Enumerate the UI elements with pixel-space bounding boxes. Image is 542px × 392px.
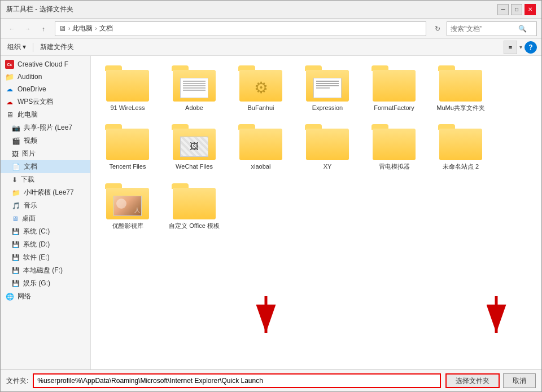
- new-folder-button[interactable]: 新建文件夹: [38, 41, 76, 53]
- network-icon: 🌐: [6, 293, 14, 301]
- file-item-weiminmingzhan[interactable]: 未命名站点 2: [430, 120, 492, 174]
- arrow-right: [479, 296, 513, 341]
- file-item-leidiannizqi[interactable]: 雷电模拟器: [363, 120, 425, 174]
- sidebar-label-videos: 视频: [24, 136, 37, 146]
- organize-button[interactable]: 组织 ▾: [5, 41, 28, 53]
- file-picker-dialog: 新工具栏 - 选择文件夹 ─ □ ✕ ← → ↑ 🖥 › 此电脑 › 文档 ↻ …: [0, 0, 542, 392]
- folder-label: 文件夹:: [6, 376, 28, 386]
- refresh-button[interactable]: ↻: [431, 22, 444, 36]
- sidebar-label-downloads: 下载: [21, 175, 34, 184]
- music-icon: 🎵: [12, 202, 20, 210]
- sidebar-label-xiaoyezijing: 小叶紫檀 (Lee77: [24, 188, 74, 197]
- sidebar-label-sys-c: 系统 (C:): [23, 227, 50, 236]
- sidebar-label-onedrive: OneDrive: [18, 85, 46, 93]
- address-bar[interactable]: 🖥 › 此电脑 › 文档: [55, 21, 426, 36]
- sidebar-item-network[interactable]: 🌐 网络: [1, 290, 90, 303]
- drive-g-icon: 💾: [12, 280, 20, 287]
- drive-c-icon: 💾: [12, 228, 20, 235]
- file-item-adobe[interactable]: Adobe: [163, 61, 225, 116]
- sidebar-item-creative-cloud[interactable]: Cc Creative Cloud F: [1, 58, 90, 71]
- file-label-xiaobai: xiaobai: [251, 162, 271, 170]
- file-label-91wireless: 91 WireLess: [110, 104, 145, 112]
- sidebar-item-audition[interactable]: 📁 Audition: [1, 71, 90, 83]
- sidebar-item-pictures[interactable]: 🖼 图片: [1, 147, 90, 160]
- video-icon: 🎬: [12, 137, 20, 145]
- folder-icon-xiaobai: [238, 124, 283, 160]
- file-item-youku[interactable]: 人 优酷影视库: [97, 179, 159, 234]
- bottom-bar: 文件夹: 选择文件夹 取消: [1, 369, 541, 391]
- sidebar-item-videos[interactable]: 🎬 视频: [1, 134, 90, 147]
- file-label-expression: Expression: [312, 104, 343, 112]
- sidebar-item-this-pc[interactable]: 🖥 此电脑: [1, 108, 90, 121]
- search-input[interactable]: [451, 25, 518, 33]
- folder-icon-xy: [305, 124, 350, 160]
- sidebar-item-sys-d[interactable]: 💾 系统 (D:): [1, 238, 90, 251]
- folder-icon-bufanhui: ⚙: [238, 65, 283, 102]
- maximize-button[interactable]: □: [511, 4, 522, 15]
- sidebar-item-local-f[interactable]: 💾 本地磁盘 (F:): [1, 264, 90, 277]
- file-item-mumu[interactable]: MuMu共享文件夹: [430, 61, 492, 116]
- drive-e-icon: 💾: [12, 254, 20, 261]
- sidebar-item-xiaoyezijing[interactable]: 📁 小叶紫檀 (Lee77: [1, 186, 90, 199]
- navigation-toolbar: ← → ↑ 🖥 › 此电脑 › 文档 ↻ 🔍: [1, 19, 541, 39]
- confirm-button[interactable]: 选择文件夹: [445, 373, 500, 388]
- pc-icon: 🖥: [6, 111, 14, 119]
- file-item-xy[interactable]: XY: [296, 120, 359, 174]
- sidebar-item-onedrive[interactable]: ☁ OneDrive: [1, 83, 90, 95]
- sidebar-item-shared-photos[interactable]: 📷 共享-照片 (Lee7: [1, 121, 90, 134]
- sidebar-item-entertain-g[interactable]: 💾 娱乐 (G:): [1, 277, 90, 290]
- sidebar-label-pictures: 图片: [22, 149, 36, 158]
- folder-icon-wechat: 🖼: [172, 124, 217, 160]
- sidebar-label-soft-e: 软件 (E:): [23, 253, 50, 262]
- file-label-zidingyi: 自定义 Office 模板: [169, 222, 220, 230]
- sidebar-item-sys-c[interactable]: 💾 系统 (C:): [1, 225, 90, 238]
- sidebar-label-creative-cloud: Creative Cloud F: [18, 60, 68, 68]
- close-button[interactable]: ✕: [524, 4, 536, 15]
- sidebar-label-network: 网络: [18, 292, 31, 301]
- file-item-91wireless[interactable]: 91 WireLess: [97, 61, 159, 116]
- sidebar-label-desktop: 桌面: [22, 214, 36, 223]
- folder-path-input[interactable]: [33, 373, 441, 388]
- sidebar-label-sys-d: 系统 (D:): [23, 240, 50, 249]
- help-button[interactable]: ?: [524, 41, 537, 54]
- download-icon: ⬇: [12, 176, 18, 184]
- arrow-left: [249, 296, 283, 341]
- folder-icon-shared: 📷: [12, 124, 20, 132]
- window-controls: ─ □ ✕: [497, 4, 536, 15]
- address-icon: 🖥: [59, 24, 66, 33]
- file-label-youku: 优酷影视库: [112, 222, 143, 230]
- separator: [33, 43, 33, 52]
- folder-icon-adobe: [172, 65, 217, 102]
- file-item-zidingyi[interactable]: 自定义 Office 模板: [163, 179, 225, 234]
- main-content: Cc Creative Cloud F 📁 Audition ☁ OneDriv…: [1, 56, 541, 369]
- minimize-button[interactable]: ─: [497, 4, 509, 15]
- file-item-formatfactory[interactable]: FormatFactory: [363, 61, 425, 116]
- file-grid: 91 WireLess: [97, 61, 536, 234]
- file-item-xiaobai[interactable]: xiaobai: [230, 120, 292, 174]
- back-button[interactable]: ←: [5, 22, 19, 36]
- sidebar-item-documents[interactable]: 📄 文档: [1, 160, 90, 173]
- cancel-button[interactable]: 取消: [503, 373, 536, 388]
- file-label-weiminmingzhan: 未命名站点 2: [443, 162, 479, 170]
- file-item-expression[interactable]: Expression: [296, 61, 359, 116]
- view-button[interactable]: ≡: [504, 41, 517, 54]
- sidebar-label-music: 音乐: [24, 201, 37, 210]
- sidebar-item-soft-e[interactable]: 💾 软件 (E:): [1, 251, 90, 264]
- folder-icon-zidingyi: [172, 183, 217, 219]
- path-this-pc: 此电脑: [72, 24, 93, 33]
- up-button[interactable]: ↑: [37, 22, 50, 36]
- desktop-icon: 🖥: [12, 215, 19, 223]
- forward-button[interactable]: →: [21, 22, 34, 36]
- folder-icon-mumu: [438, 65, 483, 102]
- title-bar: 新工具栏 - 选择文件夹 ─ □ ✕: [1, 1, 541, 19]
- sidebar-item-desktop[interactable]: 🖥 桌面: [1, 212, 90, 225]
- folder-icon-leidiannizqi: [371, 124, 417, 160]
- file-item-tencent[interactable]: Tencent Files: [97, 120, 159, 174]
- file-item-wechat[interactable]: 🖼 WeChat Files: [163, 120, 225, 174]
- file-item-bufanhui[interactable]: ⚙ BuFanhui: [230, 61, 292, 116]
- view-dropdown[interactable]: ▾: [519, 44, 522, 50]
- sidebar-item-downloads[interactable]: ⬇ 下载: [1, 173, 90, 186]
- secondary-toolbar: 组织 ▾ 新建文件夹 ≡ ▾ ?: [1, 39, 541, 56]
- sidebar-item-wps[interactable]: ☁ WPS云文档: [1, 95, 90, 108]
- sidebar-item-music[interactable]: 🎵 音乐: [1, 199, 90, 212]
